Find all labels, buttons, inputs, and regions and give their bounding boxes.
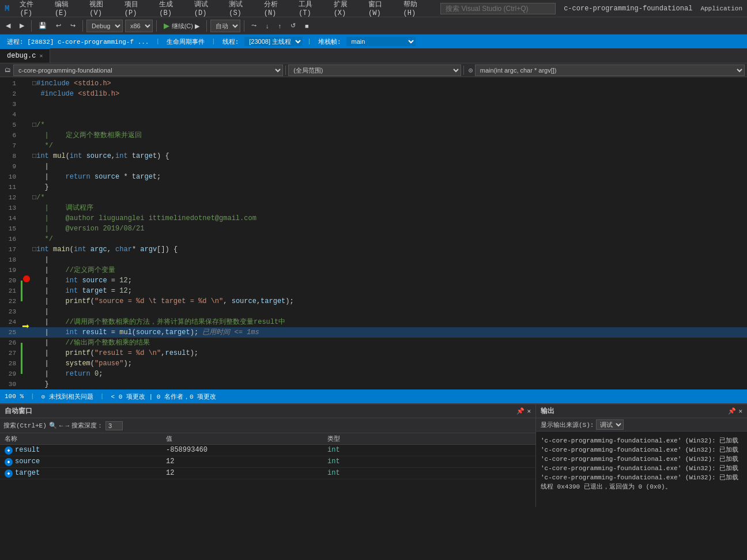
var-row-0[interactable]: ◆result-858993460int — [0, 445, 535, 456]
var-value-0: -858993460 — [166, 446, 327, 455]
configuration-dropdown[interactable]: Debug — [86, 20, 123, 32]
auto-dropdown[interactable]: 自动 — [210, 20, 240, 32]
green-bar-21 — [21, 281, 22, 291]
green-bar-22 — [21, 291, 22, 301]
depth-input[interactable] — [105, 421, 123, 430]
symbol-dropdown[interactable]: main(int argc, char * argv[]) — [475, 65, 745, 76]
line-content-26: | //输出两个整数相乘的结果 — [32, 338, 747, 348]
line-number-19: 19 — [0, 265, 21, 275]
output-title: 输出 — [541, 406, 554, 416]
code-line-6: 6 | 定义两个整数相乘并返回 — [0, 130, 747, 141]
line-content-16: */ — [32, 234, 747, 244]
line-content-25: | int result = mul(source,target); 已用时间 … — [32, 327, 747, 338]
col-name: 名称 — [5, 434, 166, 443]
code-line-28: 28 | system("pause"); — [0, 358, 747, 369]
line-content-6: | 定义两个整数相乘并返回 — [32, 130, 747, 141]
menu-extensions[interactable]: 扩展(X) — [329, 0, 363, 18]
toolbar-sep-2 — [82, 20, 83, 32]
tab-close-btn[interactable]: ✕ — [39, 52, 43, 59]
search-label: 搜索(Ctrl+E) — [3, 421, 47, 430]
vs-logo: M — [5, 4, 9, 13]
var-type-1: int — [327, 457, 531, 466]
project-icon: 🗂 — [2, 66, 13, 74]
menu-file[interactable]: 文件(F) — [15, 0, 48, 18]
menu-build[interactable]: 生成(B) — [154, 0, 188, 18]
tab-debug-c[interactable]: debug.c ✕ — [0, 48, 50, 63]
line-content-12: □/* — [32, 192, 747, 203]
line-content-5: □/* — [32, 120, 747, 130]
debug-step-out[interactable]: ↑ — [274, 21, 285, 31]
project-dropdown[interactable]: c-core-programming-foundational — [13, 65, 283, 76]
line-number-30: 30 — [0, 379, 21, 389]
green-bar-27 — [21, 343, 22, 353]
output-source-dropdown[interactable]: 调试 — [596, 419, 624, 430]
debug-step-over[interactable]: ⤳ — [248, 21, 260, 31]
menu-view[interactable]: 视图(V) — [85, 0, 118, 18]
menu-debug[interactable]: 调试(D) — [190, 0, 223, 18]
search-back-icon[interactable]: ← — [59, 422, 63, 429]
line-content-13: | 调试程序 — [32, 203, 747, 213]
code-line-4: 4 — [0, 109, 747, 120]
code-line-25: 25⮕ | int result = mul(source,target); 已… — [0, 327, 747, 338]
stack-dropdown[interactable]: main — [346, 37, 416, 46]
line-content-20: | int source = 12; — [32, 275, 747, 286]
code-line-16: 16 */ — [0, 234, 747, 244]
line-gutter-20 — [21, 275, 32, 282]
line-number-9: 9 — [0, 161, 21, 172]
code-line-10: 10 | return source * target; — [0, 172, 747, 182]
pin-icon[interactable]: 📌 — [516, 407, 525, 415]
save-btn[interactable]: 💾 — [35, 21, 50, 31]
output-pin-icon[interactable]: 📌 — [728, 407, 736, 415]
menu-window[interactable]: 窗口(W) — [364, 0, 397, 18]
line-number-25: 25 — [0, 327, 21, 338]
debug-step-into[interactable]: ↓ — [262, 21, 273, 31]
undo-btn[interactable]: ↩ — [52, 21, 65, 31]
var-row-1[interactable]: ◆source12int — [0, 456, 535, 468]
thread-dropdown[interactable]: [23008] 主线程 — [244, 37, 303, 46]
line-number-17: 17 — [0, 244, 21, 255]
line-content-7: */ — [32, 141, 747, 151]
editor-container[interactable]: 1□#include <stdio.h>2 #include <stdlib.h… — [0, 77, 747, 389]
nav-forward-btn[interactable]: ▶ — [16, 21, 28, 31]
breakpoint-20[interactable] — [23, 275, 30, 282]
redo-btn[interactable]: ↪ — [67, 21, 79, 31]
continue-btn[interactable]: ▶ 继续(C) ▶ — [160, 20, 203, 32]
global-search-input[interactable] — [440, 3, 556, 14]
menu-analyze[interactable]: 分析(N) — [259, 0, 293, 18]
nav-back-btn[interactable]: ◀ — [2, 21, 14, 31]
menu-edit[interactable]: 编辑(E) — [50, 0, 84, 18]
line-content-2: #include <stdlib.h> — [32, 89, 747, 99]
code-line-14: 14 | @author liuguanglei ittimelinedotne… — [0, 213, 747, 224]
scope-dropdown[interactable]: (全局范围) — [288, 65, 461, 76]
search-forward-icon[interactable]: → — [65, 422, 69, 429]
menu-test[interactable]: 测试(S) — [224, 0, 258, 18]
platform-dropdown[interactable]: x86 — [125, 20, 153, 32]
output-line-2: 'c-core-programming-foundational.exe' (W… — [541, 455, 742, 464]
line-content-8: □int mul(int source,int target) { — [32, 151, 747, 161]
green-bar-28 — [21, 353, 22, 364]
var-name-1: ◆source — [5, 457, 166, 466]
debug-stop[interactable]: ■ — [301, 21, 312, 31]
menu-tools[interactable]: 工具(T) — [294, 0, 327, 18]
var-row-2[interactable]: ◆target12int — [0, 468, 535, 479]
line-number-29: 29 — [0, 369, 21, 379]
line-content-22: | printf("source = %d \t target = %d \n"… — [32, 296, 747, 307]
debug-restart[interactable]: ↺ — [287, 21, 299, 31]
menu-help[interactable]: 帮助(H) — [399, 0, 432, 18]
code-line-23: 23 | — [0, 307, 747, 317]
close-panel-icon[interactable]: ✕ — [527, 407, 531, 415]
code-line-26: 26 | //输出两个整数相乘的结果 — [0, 338, 747, 348]
title-bar: M 文件(F) 编辑(E) 视图(V) 项目(P) 生成(B) 调试(D) 测试… — [0, 0, 747, 17]
lifecycle-events[interactable]: 生命周期事件 — [164, 37, 207, 46]
toolbar-sep-3 — [156, 20, 157, 32]
menu-project[interactable]: 项目(P) — [120, 0, 153, 18]
output-lines: 'c-core-programming-foundational.exe' (W… — [541, 436, 742, 491]
issues-indicator[interactable]: ⊙ 未找到相关问题 — [42, 392, 93, 401]
output-close-icon[interactable]: ✕ — [738, 407, 742, 415]
line-content-17: □int main(int argc, char* argv[]) { — [32, 244, 747, 255]
line-number-8: 8 — [0, 151, 21, 161]
search-icon: 🔍 — [49, 422, 57, 429]
zoom-level[interactable]: 100 % — [5, 393, 24, 400]
process-info: 进程: [28832] c-core-programming-f ... — [5, 37, 151, 46]
line-content-9: | — [32, 161, 747, 172]
